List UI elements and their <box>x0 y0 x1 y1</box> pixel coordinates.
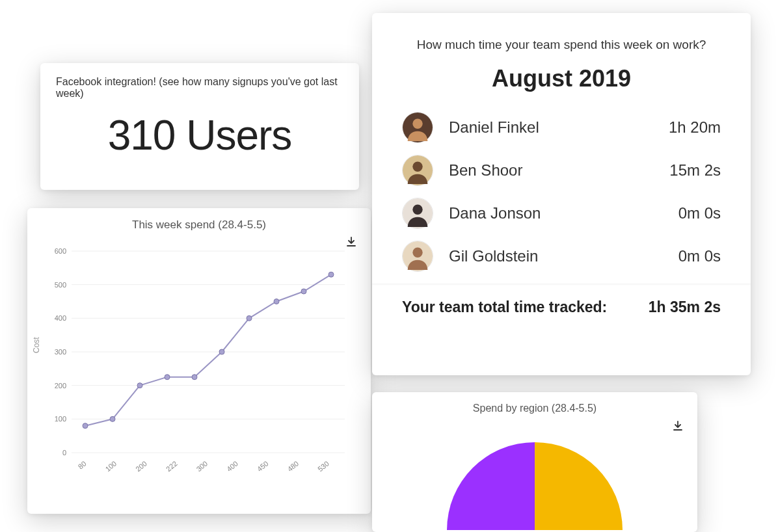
member-row: Ben Shoor15m 2s <box>402 155 721 186</box>
member-time: 0m 0s <box>678 247 721 265</box>
svg-point-31 <box>301 289 306 294</box>
svg-text:80: 80 <box>77 459 88 470</box>
line-chart-ylabel: Cost <box>32 337 41 353</box>
svg-point-40 <box>412 248 422 258</box>
member-name: Gil Goldstein <box>449 247 678 265</box>
member-row: Daniel Finkel1h 20m <box>402 112 721 143</box>
member-time: 15m 2s <box>669 161 721 180</box>
member-time: 0m 0s <box>678 204 721 222</box>
svg-point-26 <box>165 375 170 380</box>
time-card-question: How much time your team spend this week … <box>398 38 725 52</box>
pie-chart-card: Spend by region (28.4-5.5) <box>372 392 697 532</box>
avatar <box>402 241 433 272</box>
download-icon[interactable] <box>673 421 683 434</box>
member-time: 1h 20m <box>669 118 721 137</box>
line-chart-svg: 0100200300400500600801002002223004004504… <box>39 245 358 485</box>
member-list: Daniel Finkel1h 20mBen Shoor15m 2sDana J… <box>398 112 725 272</box>
total-label: Your team total time tracked: <box>402 299 607 316</box>
svg-point-23 <box>83 423 88 429</box>
svg-text:300: 300 <box>195 459 209 473</box>
users-card-title: Facebook integration! (see how many sign… <box>56 76 343 100</box>
svg-point-29 <box>247 315 252 321</box>
pie-holder <box>384 432 686 530</box>
svg-point-28 <box>219 349 224 354</box>
svg-text:100: 100 <box>55 415 66 423</box>
svg-point-27 <box>192 375 197 380</box>
svg-text:600: 600 <box>55 247 66 255</box>
total-row: Your team total time tracked: 1h 35m 2s <box>398 299 725 316</box>
avatar <box>402 112 433 143</box>
avatar <box>402 155 433 186</box>
svg-point-32 <box>329 272 334 277</box>
svg-text:100: 100 <box>104 459 118 473</box>
svg-point-24 <box>110 416 115 421</box>
users-card-value: 310 Users <box>56 111 343 159</box>
avatar <box>402 198 433 229</box>
svg-text:500: 500 <box>55 281 66 289</box>
svg-text:480: 480 <box>286 459 301 473</box>
pie-chart-title: Spend by region (28.4-5.5) <box>384 403 686 414</box>
svg-text:200: 200 <box>134 459 148 473</box>
svg-point-38 <box>412 205 422 215</box>
svg-text:300: 300 <box>55 348 66 356</box>
line-chart-title: This week spend (28.4-5.5) <box>39 219 359 232</box>
users-card: Facebook integration! (see how many sign… <box>40 63 359 190</box>
time-card: How much time your team spend this week … <box>372 13 751 375</box>
svg-text:0: 0 <box>62 449 66 457</box>
svg-text:530: 530 <box>316 459 330 473</box>
svg-text:450: 450 <box>256 459 270 473</box>
total-value: 1h 35m 2s <box>649 299 721 316</box>
pie-chart-svg <box>437 432 632 530</box>
svg-point-25 <box>137 383 142 388</box>
line-chart-area: Cost 01002003004005006008010020022230040… <box>39 245 359 492</box>
member-name: Ben Shoor <box>449 161 669 180</box>
svg-point-36 <box>412 162 422 172</box>
svg-text:222: 222 <box>165 459 179 473</box>
svg-point-34 <box>412 119 422 129</box>
svg-point-30 <box>274 299 279 304</box>
member-name: Dana Jonson <box>449 204 678 222</box>
time-card-period: August 2019 <box>398 65 725 92</box>
member-row: Gil Goldstein0m 0s <box>402 241 721 272</box>
svg-text:400: 400 <box>225 459 239 473</box>
divider <box>372 284 751 284</box>
svg-text:400: 400 <box>55 314 66 322</box>
line-chart-card: This week spend (28.4-5.5) Cost 01002003… <box>27 208 371 514</box>
member-name: Daniel Finkel <box>449 118 669 137</box>
member-row: Dana Jonson0m 0s <box>402 198 721 229</box>
svg-text:200: 200 <box>55 382 66 390</box>
